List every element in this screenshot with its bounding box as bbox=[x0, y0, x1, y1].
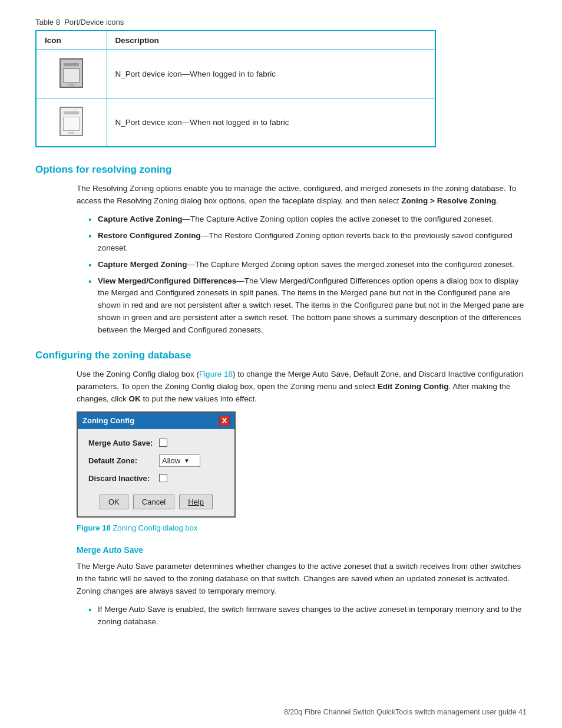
list-item: If Merge Auto Save is enabled, the switc… bbox=[88, 604, 527, 628]
section-configuring: Configuring the zoning database Use the … bbox=[35, 350, 527, 532]
col-icon-header: Icon bbox=[36, 31, 107, 50]
merge-auto-save-row: Merge Auto Save: bbox=[88, 439, 224, 447]
configuring-body: Use the Zoning Config dialog box (Figure… bbox=[77, 368, 527, 406]
dialog-close-button[interactable]: X bbox=[219, 416, 230, 426]
page-footer: 8/20q Fibre Channel Switch QuickTools sw… bbox=[0, 708, 562, 716]
cancel-button[interactable]: Cancel bbox=[133, 495, 174, 509]
options-body: The Resolving Zoning options enable you … bbox=[77, 183, 527, 207]
dialog-title: Zoning Config bbox=[82, 416, 134, 425]
configuring-heading: Configuring the zoning database bbox=[35, 350, 527, 361]
section-merge-auto-save: Merge Auto Save The Merge Auto Save para… bbox=[35, 545, 527, 628]
icon-cell-not-logged-in bbox=[36, 98, 107, 147]
discard-inactive-checkbox[interactable] bbox=[159, 474, 167, 482]
section-options: Options for resolving zoning The Resolvi… bbox=[35, 164, 527, 337]
default-zone-row: Default Zone: Allow ▼ bbox=[88, 454, 224, 467]
list-item: Capture Active Zoning—The Capture Active… bbox=[88, 213, 527, 226]
description-cell-logged-in: N_Port device icon—When logged in to fab… bbox=[107, 50, 435, 98]
options-bullet-list: Capture Active Zoning—The Capture Active… bbox=[88, 213, 527, 337]
col-description-header: Description bbox=[107, 31, 435, 50]
dialog-titlebar: Zoning Config X bbox=[78, 413, 234, 429]
icon-table: Icon Description N_Port device icon—When… bbox=[35, 30, 436, 147]
figure-caption: Figure 18 Zoning Config dialog box bbox=[77, 523, 527, 532]
help-button[interactable]: Help bbox=[179, 495, 213, 509]
merge-auto-save-body: The Merge Auto Save parameter determines… bbox=[77, 561, 527, 598]
default-zone-select[interactable]: Allow ▼ bbox=[159, 454, 200, 467]
list-item: View Merged/Configured Differences—The V… bbox=[88, 275, 527, 337]
dialog-buttons: OK Cancel Help bbox=[88, 490, 224, 509]
discard-inactive-label: Discard Inactive: bbox=[88, 474, 159, 483]
table-row: N_Port device icon—When logged in to fab… bbox=[36, 50, 435, 98]
table-caption: Table 8 Port/Device icons bbox=[35, 18, 527, 27]
list-item: Capture Merged Zoning—The Capture Merged… bbox=[88, 259, 527, 271]
description-cell-not-logged-in: N_Port device icon—When not logged in to… bbox=[107, 98, 435, 147]
default-zone-label: Default Zone: bbox=[88, 456, 159, 465]
list-item: Restore Configured Zoning—The Restore Co… bbox=[88, 230, 527, 255]
merge-auto-save-heading: Merge Auto Save bbox=[77, 545, 527, 555]
merge-auto-save-label: Merge Auto Save: bbox=[88, 439, 159, 447]
dialog-wrapper: Zoning Config X Merge Auto Save: Default… bbox=[77, 411, 527, 518]
ok-button[interactable]: OK bbox=[100, 495, 128, 509]
merge-auto-save-checkbox[interactable] bbox=[159, 439, 167, 447]
dialog-body: Merge Auto Save: Default Zone: Allow ▼ D… bbox=[78, 429, 234, 516]
icon-cell-logged-in bbox=[36, 50, 107, 98]
discard-inactive-row: Discard Inactive: bbox=[88, 474, 224, 483]
options-heading: Options for resolving zoning bbox=[35, 164, 527, 176]
figure18-link[interactable]: Figure 18 bbox=[199, 370, 233, 378]
merge-auto-save-bullets: If Merge Auto Save is enabled, the switc… bbox=[88, 604, 527, 628]
table-row: N_Port device icon—When not logged in to… bbox=[36, 98, 435, 147]
dropdown-arrow-icon: ▼ bbox=[184, 457, 190, 464]
zoning-config-dialog: Zoning Config X Merge Auto Save: Default… bbox=[77, 411, 236, 518]
